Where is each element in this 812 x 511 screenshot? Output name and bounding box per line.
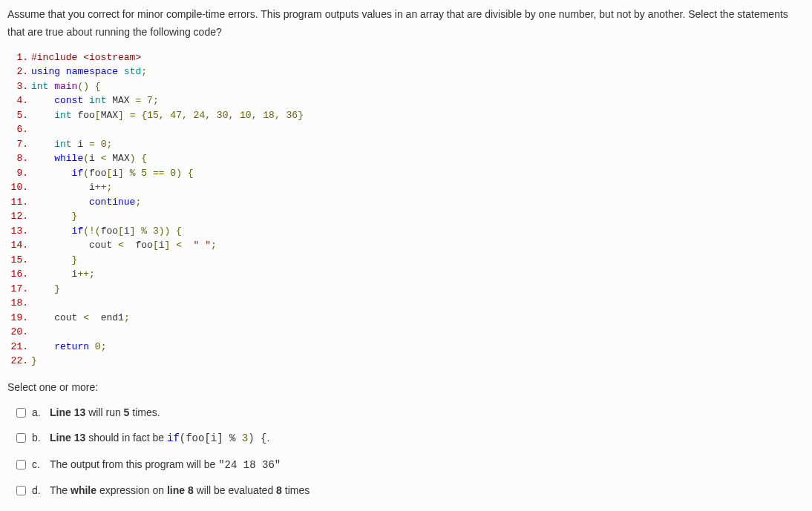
- code-content: }: [31, 211, 77, 222]
- code-content: cout < foo[i] < " ";: [31, 240, 217, 251]
- code-content: return 0;: [31, 341, 106, 352]
- code-line: 21. return 0;: [9, 340, 805, 355]
- line-number: 11.: [9, 195, 28, 210]
- code-content: }: [31, 283, 60, 294]
- code-content: #include <iostream>: [31, 52, 141, 63]
- code-line: 18.: [9, 296, 805, 311]
- code-line: 19. cout < end1;: [9, 311, 805, 326]
- line-number: 22.: [9, 354, 28, 369]
- option-row: e.Line 9 should in fact be if(!(foo[i] %…: [16, 508, 805, 511]
- option-letter: d.: [32, 482, 42, 498]
- option-checkbox-b[interactable]: [16, 433, 26, 443]
- line-number: 6.: [9, 122, 28, 137]
- option-letter: a.: [32, 404, 42, 421]
- code-line: 12. }: [9, 209, 805, 224]
- code-content: const int MAX = 7;: [31, 95, 159, 106]
- code-line: 11. continue;: [9, 195, 805, 210]
- option-letter: e.: [32, 508, 42, 511]
- option-checkbox-a[interactable]: [16, 408, 26, 418]
- option-row: a.Line 13 will run 5 times.: [16, 404, 805, 421]
- code-block: 1.#include <iostream>2.using namespace s…: [9, 50, 805, 369]
- code-content: if(!(foo[i] % 3)) {: [31, 225, 182, 237]
- option-checkbox-c[interactable]: [16, 460, 26, 469]
- option-row: b.Line 13 should in fact be if(foo[i] % …: [16, 429, 805, 446]
- code-content: i++;: [31, 268, 95, 280]
- code-content: continue;: [31, 197, 141, 208]
- code-line: 9. if(foo[i] % 5 == 0) {: [9, 166, 805, 181]
- code-content: cout < end1;: [31, 312, 130, 323]
- line-number: 4.: [9, 93, 28, 108]
- code-content: using namespace std;: [31, 66, 147, 77]
- code-content: i++;: [31, 182, 112, 193]
- code-content: int foo[MAX] = {15, 47, 24, 30, 10, 18, …: [31, 110, 304, 121]
- line-number: 3.: [9, 79, 28, 94]
- line-number: 10.: [9, 180, 28, 195]
- code-content: int main() {: [31, 81, 101, 92]
- option-text: Line 13 should in fact be if(foo[i] % 3)…: [50, 429, 269, 446]
- code-line: 7. int i = 0;: [9, 137, 805, 152]
- line-number: 1.: [9, 50, 28, 65]
- line-number: 20.: [9, 325, 28, 340]
- code-line: 16. i++;: [9, 267, 805, 282]
- code-line: 15. }: [9, 253, 805, 268]
- option-checkbox-d[interactable]: [16, 486, 26, 495]
- code-line: 2.using namespace std;: [9, 65, 805, 79]
- code-line: 3.int main() {: [9, 79, 805, 94]
- code-line: 1.#include <iostream>: [9, 50, 805, 65]
- code-line: 14. cout < foo[i] < " ";: [9, 238, 805, 253]
- line-number: 17.: [9, 282, 28, 297]
- line-number: 21.: [9, 340, 28, 355]
- line-number: 2.: [9, 65, 28, 79]
- code-line: 6.: [9, 122, 805, 137]
- option-text: The output from this program will be "24…: [50, 456, 281, 473]
- code-line: 22.}: [9, 354, 805, 369]
- line-number: 13.: [9, 224, 28, 239]
- code-content: int i = 0;: [31, 139, 112, 150]
- line-number: 9.: [9, 166, 28, 181]
- line-number: 14.: [9, 238, 28, 253]
- option-row: d.The while expression on line 8 will be…: [16, 482, 805, 498]
- line-number: 18.: [9, 296, 28, 311]
- line-number: 16.: [9, 267, 28, 282]
- option-letter: c.: [32, 456, 42, 472]
- line-number: 15.: [9, 253, 28, 268]
- option-row: c.The output from this program will be "…: [16, 456, 805, 473]
- options-list: a.Line 13 will run 5 times.b.Line 13 sho…: [7, 404, 805, 511]
- select-prompt: Select one or more:: [7, 379, 805, 395]
- code-line: 13. if(!(foo[i] % 3)) {: [9, 224, 805, 239]
- code-line: 8. while(i < MAX) {: [9, 151, 805, 166]
- option-letter: b.: [32, 429, 42, 446]
- code-line: 4. const int MAX = 7;: [9, 93, 805, 108]
- question-intro: Assume that you correct for minor compil…: [7, 6, 805, 42]
- code-content: }: [31, 254, 77, 266]
- line-number: 7.: [9, 137, 28, 152]
- code-content: }: [31, 355, 37, 366]
- code-content: while(i < MAX) {: [31, 153, 147, 164]
- line-number: 5.: [9, 108, 28, 123]
- code-line: 10. i++;: [9, 180, 805, 195]
- line-number: 12.: [9, 209, 28, 224]
- line-number: 8.: [9, 151, 28, 166]
- code-line: 20.: [9, 325, 805, 340]
- code-line: 5. int foo[MAX] = {15, 47, 24, 30, 10, 1…: [9, 108, 805, 123]
- option-text: The while expression on line 8 will be e…: [50, 482, 310, 498]
- code-content: if(foo[i] % 5 == 0) {: [31, 168, 194, 179]
- option-text: Line 9 should in fact be if(!(foo[i] % 5…: [50, 508, 283, 511]
- code-line: 17. }: [9, 282, 805, 297]
- line-number: 19.: [9, 311, 28, 326]
- option-text: Line 13 will run 5 times.: [50, 404, 160, 421]
